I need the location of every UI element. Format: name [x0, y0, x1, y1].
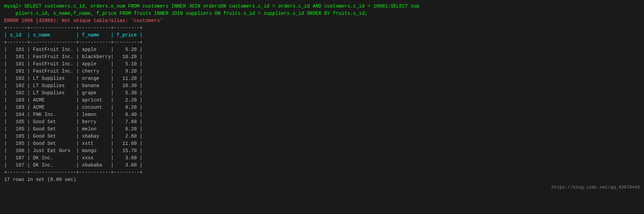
table-row: | 103 | ACME | apricot | 2.20 |: [4, 97, 142, 103]
table-row: | 104 | FNK Inc. | lemon | 6.40 |: [4, 112, 142, 117]
command-block: mysql> SELECT customers.c_id, orders.o_n…: [4, 3, 640, 183]
table-row: | 101 | FastFruit Inc. | apple | 5.10 |: [4, 61, 142, 67]
table-row: | 106 | Just Eat Ours | mango | 15.70 |: [4, 148, 142, 153]
table-row: | 102 | LT Supplies | grape | 5.30 |: [4, 90, 142, 96]
table-row: | 101 | FastFruit Inc. | blackberry| 10.…: [4, 54, 142, 60]
table-row: | 102 | LT Supplies | banana | 10.30 |: [4, 83, 142, 88]
table-row: | 105 | Good Set | melon | 8.20 |: [4, 126, 142, 132]
table-border-bottom: +-------+----------------+-----------+--…: [4, 170, 142, 175]
prompt: mysql>: [4, 3, 24, 9]
table-row: | 105 | Good Set | xxtt | 11.60 |: [4, 141, 142, 146]
table-border-top: +-------+----------------+-----------+--…: [4, 25, 142, 31]
table-row: | 105 | Good Set | berry | 7.60 |: [4, 119, 142, 125]
footer-text: 17 rows in set (0.00 sec): [4, 177, 76, 182]
table-border-header: +-------+----------------+-----------+--…: [4, 40, 142, 45]
table-row: | 103 | ACME | cocount | 9.20 |: [4, 105, 142, 110]
table-row: | 105 | Good Set | xbabay | 2.60 |: [4, 133, 142, 139]
table-row: | 101 | FastFruit Inc. | cherry | 9.20 |: [4, 68, 142, 74]
terminal: mysql> SELECT customers.c_id, orders.o_n…: [4, 3, 640, 190]
url-link: https://blog.csdn.net/qq_43078445: [4, 185, 640, 190]
table-header: | s_id | s_name | f_name | f_price |: [4, 32, 142, 38]
table-row: | 107 | DK Inc. | xxxx | 3.60 |: [4, 155, 142, 161]
table-row: | 107 | DK Inc. | xbababa | 3.60 |: [4, 162, 142, 168]
error-text: ERROR 1066 (42000): Not unique table/ali…: [4, 18, 163, 23]
table-row: | 101 | FastFruit Inc. | apple | 5.20 |: [4, 47, 142, 52]
command-text: SELECT customers.c_id, orders.o_num FROM…: [4, 3, 419, 16]
table-row: | 102 | LT Supplies | orange | 11.20 |: [4, 76, 142, 81]
